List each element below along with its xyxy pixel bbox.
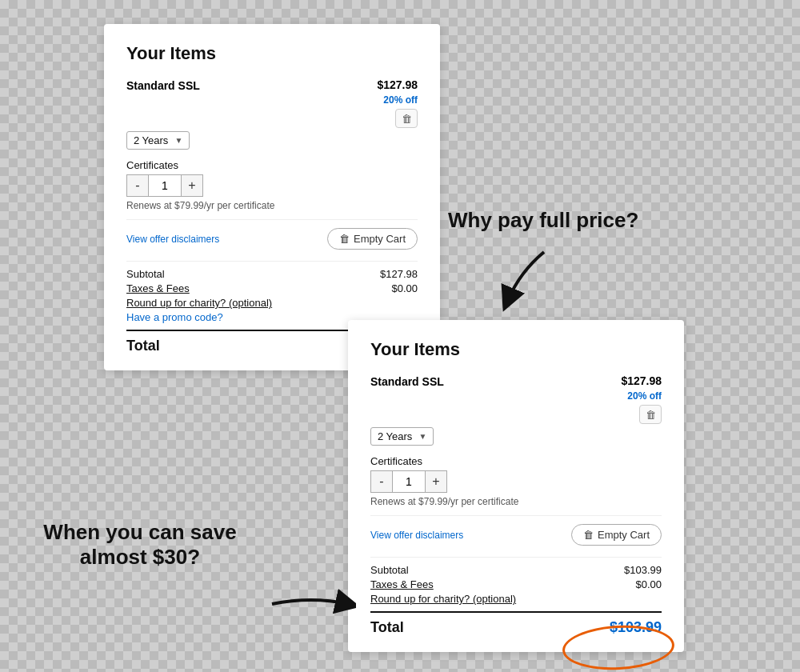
subtotal-label-top: Subtotal <box>126 268 165 280</box>
product-name-top: Standard SSL <box>126 79 200 92</box>
offer-link-top[interactable]: View offer disclaimers <box>126 234 219 245</box>
empty-cart-button-bottom[interactable]: 🗑 Empty Cart <box>571 524 662 546</box>
divider-row-top: View offer disclaimers 🗑 Empty Cart <box>126 219 418 254</box>
item-name-bottom: Standard SSL <box>370 374 444 389</box>
item-controls-bottom: 2 Years ▼ <box>370 427 662 446</box>
right-controls-top: $127.98 20% off 🗑 <box>377 78 418 128</box>
renew-text-bottom: Renews at $79.99/yr per certificate <box>370 496 662 507</box>
cart-card-top: Your Items Standard SSL $127.98 20% off … <box>104 24 440 370</box>
year-select-value-bottom: 2 Years <box>378 430 412 442</box>
renew-text-top: Renews at $79.99/yr per certificate <box>126 200 418 211</box>
offer-link-bottom[interactable]: View offer disclaimers <box>370 530 463 541</box>
qty-row-top: - 1 + <box>126 174 418 197</box>
summary-section-bottom: Subtotal $103.99 Taxes & Fees $0.00 Roun… <box>370 557 662 605</box>
charity-row-top: Round up for charity? (optional) <box>126 297 418 309</box>
product-price-top: $127.98 <box>377 78 418 91</box>
divider-row-bottom: View offer disclaimers 🗑 Empty Cart <box>370 515 662 550</box>
qty-minus-top[interactable]: - <box>126 174 149 197</box>
taxes-row-bottom: Taxes & Fees $0.00 <box>370 578 662 590</box>
annotation-bottom: When you can save almost $30? <box>24 520 256 570</box>
subtotal-value-top: $127.98 <box>380 268 418 280</box>
charity-row-bottom: Round up for charity? (optional) <box>370 593 662 605</box>
item-name-top: Standard SSL <box>126 78 200 93</box>
arrow-bottom <box>268 584 356 627</box>
empty-cart-button-top[interactable]: 🗑 Empty Cart <box>327 228 418 250</box>
cert-label-top: Certificates <box>126 159 418 171</box>
qty-value-bottom: 1 <box>393 470 425 493</box>
discount-badge-top: 20% off <box>383 94 418 106</box>
annotation-top: Why pay full price? <box>448 208 638 233</box>
summary-section-top: Subtotal $127.98 Taxes & Fees $0.00 Roun… <box>126 261 418 323</box>
year-select-value-top: 2 Years <box>134 134 168 146</box>
cert-label-bottom: Certificates <box>370 455 662 467</box>
item-row-top: Standard SSL $127.98 20% off 🗑 <box>126 78 418 128</box>
delete-button-top[interactable]: 🗑 <box>395 109 418 128</box>
empty-cart-label-bottom: Empty Cart <box>598 529 650 541</box>
cart-card-bottom: Your Items Standard SSL $127.98 20% off … <box>348 320 684 652</box>
qty-plus-bottom[interactable]: + <box>425 470 447 493</box>
right-controls-bottom: $127.98 20% off 🗑 <box>621 374 662 424</box>
delete-icon-top: 🗑 <box>402 113 412 125</box>
subtotal-row-bottom: Subtotal $103.99 <box>370 564 662 576</box>
taxes-value-top: $0.00 <box>391 282 418 294</box>
item-row-bottom: Standard SSL $127.98 20% off 🗑 <box>370 374 662 424</box>
card-bottom-title: Your Items <box>370 339 662 360</box>
product-price-bottom: $127.98 <box>621 374 662 387</box>
charity-label-top[interactable]: Round up for charity? (optional) <box>126 297 272 309</box>
taxes-label-top[interactable]: Taxes & Fees <box>126 282 190 294</box>
total-label-bottom: Total <box>370 619 404 636</box>
subtotal-row-top: Subtotal $127.98 <box>126 268 418 280</box>
year-select-top[interactable]: 2 Years ▼ <box>126 131 190 150</box>
dropdown-arrow-bottom: ▼ <box>418 432 426 441</box>
delete-button-bottom[interactable]: 🗑 <box>639 405 662 424</box>
qty-row-bottom: - 1 + <box>370 470 662 493</box>
subtotal-label-bottom: Subtotal <box>370 564 409 576</box>
subtotal-value-bottom: $103.99 <box>624 564 662 576</box>
taxes-row-top: Taxes & Fees $0.00 <box>126 282 418 294</box>
taxes-value-bottom: $0.00 <box>635 578 662 590</box>
qty-plus-top[interactable]: + <box>181 174 203 197</box>
card-top-title: Your Items <box>126 43 418 64</box>
taxes-label-bottom[interactable]: Taxes & Fees <box>370 578 434 590</box>
discount-badge-bottom: 20% off <box>627 390 662 402</box>
product-name-bottom: Standard SSL <box>370 375 444 388</box>
qty-minus-bottom[interactable]: - <box>370 470 393 493</box>
empty-cart-icon-top: 🗑 <box>339 233 350 245</box>
delete-icon-bottom: 🗑 <box>646 409 656 421</box>
item-controls-top: 2 Years ▼ <box>126 131 418 150</box>
year-select-bottom[interactable]: 2 Years ▼ <box>370 427 434 446</box>
arrow-top <box>496 248 560 315</box>
charity-label-bottom[interactable]: Round up for charity? (optional) <box>370 593 516 605</box>
empty-cart-icon-bottom: 🗑 <box>583 529 594 541</box>
empty-cart-label-top: Empty Cart <box>354 233 406 245</box>
qty-value-top: 1 <box>149 174 181 197</box>
total-label-top: Total <box>126 338 160 354</box>
dropdown-arrow-top: ▼ <box>174 136 182 145</box>
